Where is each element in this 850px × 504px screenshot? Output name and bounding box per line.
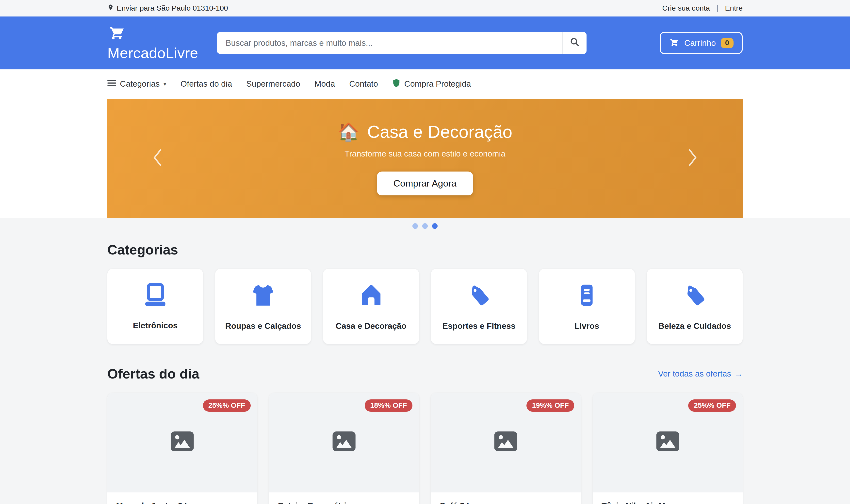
tag-icon	[466, 282, 492, 310]
category-label: Roupas e Calçados	[225, 321, 301, 331]
nav-categories-dropdown[interactable]: Categorias ▾	[107, 79, 166, 89]
main-header: MercadoLivre Carrinho 0	[0, 17, 850, 70]
category-card-eletronicos[interactable]: Eletrônicos	[107, 269, 203, 344]
topbar-separator: |	[716, 4, 719, 12]
utility-bar: Enviar para São Paulo 01310-100 Crie sua…	[0, 0, 850, 17]
discount-badge: 18%% OFF	[365, 399, 412, 412]
cart-logo-icon	[107, 24, 198, 43]
house-emoji-icon: 🏠	[338, 122, 359, 142]
tag-icon	[681, 282, 708, 310]
laptop-icon	[141, 283, 170, 310]
nav-item-compra-protegida[interactable]: Compra Protegida	[392, 78, 471, 90]
hamburger-icon	[107, 79, 116, 89]
nav-item-moda[interactable]: Moda	[315, 79, 335, 89]
image-placeholder-icon	[332, 430, 357, 454]
shipping-location-label: Enviar para São Paulo 01310-100	[117, 4, 228, 12]
nav-item-supermercado[interactable]: Supermercado	[246, 79, 300, 89]
product-image-placeholder: 25%% OFF	[593, 393, 743, 492]
view-all-offers-link[interactable]: Ver todas as ofertas →	[658, 369, 743, 378]
offers-heading: Ofertas do dia	[107, 366, 199, 382]
chevron-right-icon	[686, 162, 699, 170]
category-label: Eletrônicos	[133, 321, 178, 330]
banner-title: 🏠 Casa e Decoração	[338, 122, 512, 142]
category-card-esportes[interactable]: Esportes e Fitness	[431, 269, 527, 344]
nav-item-label: Contato	[349, 79, 378, 89]
offers-grid: 25%% OFF Mesa de Jantar 6 Lugares 18%% O…	[107, 393, 743, 504]
image-placeholder-icon	[655, 430, 680, 454]
product-title: Mesa de Jantar 6 Lugares	[116, 501, 248, 504]
chevron-left-icon	[151, 162, 164, 170]
categories-heading: Categorias	[107, 242, 743, 258]
product-card-mesa[interactable]: 25%% OFF Mesa de Jantar 6 Lugares	[107, 393, 257, 504]
carousel-dot-2[interactable]	[422, 223, 428, 229]
product-card-tenis[interactable]: 25%% OFF Tênis Nike Air Max	[593, 393, 743, 504]
book-icon	[574, 282, 599, 310]
product-image-placeholder: 19%% OFF	[431, 393, 581, 492]
arrow-right-icon: →	[734, 369, 743, 378]
page: Enviar para São Paulo 01310-100 Crie sua…	[0, 0, 850, 504]
category-card-livros[interactable]: Livros	[539, 269, 635, 344]
carousel-dots	[0, 218, 850, 229]
cart-icon	[669, 37, 679, 49]
nav-categories-label: Categorias	[120, 79, 160, 89]
carousel-prev-button[interactable]	[151, 147, 164, 170]
discount-badge: 25%% OFF	[203, 399, 251, 412]
search-icon	[569, 37, 580, 49]
category-nav: Categorias ▾ Ofertas do dia Supermercado…	[0, 69, 850, 99]
carousel-dot-1[interactable]	[412, 223, 418, 229]
view-all-label: Ver todas as ofertas	[658, 369, 731, 378]
banner-title-text: Casa e Decoração	[367, 122, 512, 142]
image-placeholder-icon	[170, 430, 195, 454]
nav-item-ofertas[interactable]: Ofertas do dia	[180, 79, 232, 89]
chevron-down-icon: ▾	[163, 81, 166, 87]
carousel-dot-3-active[interactable]	[432, 223, 438, 229]
banner-subtitle: Transforme sua casa com estilo e economi…	[344, 149, 505, 159]
shipping-location[interactable]: Enviar para São Paulo 01310-100	[107, 3, 228, 13]
cart-count-badge: 0	[721, 38, 733, 48]
product-image-placeholder: 18%% OFF	[269, 393, 419, 492]
discount-badge: 19%% OFF	[527, 399, 574, 412]
home-icon	[358, 282, 384, 310]
category-label: Beleza e Cuidados	[658, 321, 731, 331]
cart-button-label: Carrinho	[684, 38, 716, 48]
nav-protected-label: Compra Protegida	[404, 79, 471, 89]
hero-carousel: 🏠 Casa e Decoração Transforme sua casa c…	[0, 99, 850, 218]
product-title: Sofá 3 Lugares	[440, 501, 572, 504]
category-grid: Eletrônicos Roupas e Calçados Casa e Dec…	[107, 269, 743, 344]
brand-name: MercadoLivre	[107, 44, 198, 61]
login-link[interactable]: Entre	[725, 4, 743, 12]
product-title: Esteira Ergométrica	[278, 501, 410, 504]
search-bar	[217, 32, 586, 54]
search-input[interactable]	[217, 32, 562, 54]
nav-item-label: Ofertas do dia	[180, 79, 232, 89]
brand-logo[interactable]: MercadoLivre	[107, 24, 198, 61]
nav-item-contato[interactable]: Contato	[349, 79, 378, 89]
nav-item-label: Supermercado	[246, 79, 300, 89]
tshirt-icon	[250, 282, 276, 310]
category-label: Casa e Decoração	[336, 321, 406, 331]
category-label: Esportes e Fitness	[442, 321, 516, 331]
product-title: Tênis Nike Air Max	[602, 501, 734, 504]
create-account-link[interactable]: Crie sua conta	[662, 4, 710, 12]
location-pin-icon	[107, 3, 114, 13]
shield-icon	[392, 78, 401, 90]
product-card-esteira[interactable]: 18%% OFF Esteira Ergométrica	[269, 393, 419, 504]
discount-badge: 25%% OFF	[688, 399, 736, 412]
cart-button[interactable]: Carrinho 0	[660, 32, 743, 54]
product-card-sofa[interactable]: 19%% OFF Sofá 3 Lugares	[431, 393, 581, 504]
category-label: Livros	[574, 321, 599, 331]
category-card-roupas[interactable]: Roupas e Calçados	[215, 269, 311, 344]
search-button[interactable]	[562, 32, 586, 54]
image-placeholder-icon	[493, 430, 518, 454]
hero-banner: 🏠 Casa e Decoração Transforme sua casa c…	[107, 99, 743, 218]
category-card-beleza[interactable]: Beleza e Cuidados	[647, 269, 743, 344]
category-card-casa[interactable]: Casa e Decoração	[323, 269, 419, 344]
buy-now-button[interactable]: Comprar Agora	[377, 172, 473, 195]
product-image-placeholder: 25%% OFF	[107, 393, 257, 492]
nav-item-label: Moda	[315, 79, 335, 89]
carousel-next-button[interactable]	[686, 147, 699, 170]
